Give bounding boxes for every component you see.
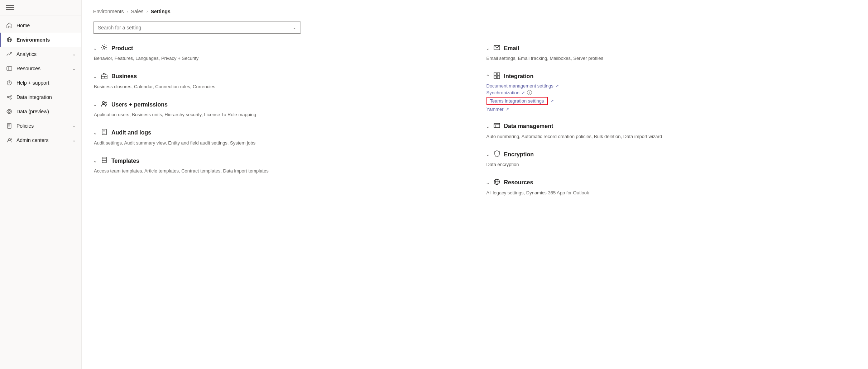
svg-point-23 xyxy=(102,101,105,104)
resources-right-chevron[interactable]: ⌄ xyxy=(486,180,490,185)
svg-point-9 xyxy=(10,98,11,99)
svg-rect-36 xyxy=(497,76,500,79)
sidebar-item-analytics[interactable]: Analytics ⌄ xyxy=(0,47,81,61)
sidebar-item-admin-centers-label: Admin centers xyxy=(16,137,69,143)
svg-point-8 xyxy=(10,95,11,96)
search-input[interactable] xyxy=(98,25,293,30)
synchronization-info-icon[interactable]: i xyxy=(527,90,532,95)
breadcrumb-sep-2: › xyxy=(147,9,148,14)
search-container: ⌄ xyxy=(93,22,857,34)
email-chevron[interactable]: ⌄ xyxy=(486,46,490,51)
hamburger-menu[interactable] xyxy=(6,5,14,10)
sidebar-item-help-label: Help + support xyxy=(16,80,76,86)
sublink-synchronization: Synchronization ➚ i xyxy=(486,90,857,95)
sublink-document-management: Document management settings ➚ xyxy=(486,83,857,89)
business-icon xyxy=(101,72,108,81)
sidebar-item-home[interactable]: Home xyxy=(0,18,81,33)
section-product-title: Product xyxy=(111,45,133,52)
sidebar-item-data-integration-label: Data integration xyxy=(16,94,76,100)
synchronization-link[interactable]: Synchronization xyxy=(486,90,520,95)
search-bar[interactable]: ⌄ xyxy=(93,22,301,34)
sidebar-item-data-preview[interactable]: Data (preview) xyxy=(0,104,81,119)
main-content: Environments › Sales › Settings ⌄ ⌄ Prod… xyxy=(82,0,868,369)
section-audit-title: Audit and logs xyxy=(111,129,151,136)
teams-integration-link[interactable]: Teams integration settings xyxy=(486,97,548,105)
section-integration: ⌃ Integration Document management settin… xyxy=(486,72,857,112)
breadcrumb-environments[interactable]: Environments xyxy=(93,9,124,14)
sidebar-item-environments-label: Environments xyxy=(16,37,76,43)
encryption-chevron[interactable]: ⌄ xyxy=(486,152,490,157)
resources-icon xyxy=(6,65,13,72)
help-icon xyxy=(6,79,13,86)
svg-rect-3 xyxy=(7,67,12,70)
integration-icon xyxy=(493,72,500,81)
section-business: ⌄ Business Business closures, Calendar, … xyxy=(93,72,464,90)
email-icon xyxy=(493,44,500,53)
section-encryption: ⌄ Encryption Data encryption xyxy=(486,150,857,168)
section-templates: ⌄ Templates Access team templates, Artic… xyxy=(93,156,464,175)
synchronization-ext-icon: ➚ xyxy=(522,90,525,95)
section-business-title: Business xyxy=(111,73,137,80)
section-users-links: Application users, Business units, Hiera… xyxy=(93,111,464,118)
section-resources: ⌄ Resources All legacy settings, Dynamic… xyxy=(486,178,857,197)
svg-rect-34 xyxy=(497,73,500,75)
breadcrumb-sales[interactable]: Sales xyxy=(131,9,144,14)
sidebar-item-help-support[interactable]: Help + support xyxy=(0,76,81,90)
audit-chevron[interactable]: ⌄ xyxy=(93,130,97,136)
sidebar-item-environments[interactable]: Environments xyxy=(0,33,81,47)
section-resources-links: All legacy settings, Dynamics 365 App fo… xyxy=(486,189,857,197)
breadcrumb-settings: Settings xyxy=(151,9,171,14)
policies-icon xyxy=(6,122,13,129)
settings-grid: ⌄ Product Behavior, Features, Languages,… xyxy=(93,44,857,206)
audit-icon xyxy=(101,128,108,137)
section-audit: ⌄ Audit and logs Audit settings, Audit s… xyxy=(93,128,464,147)
encryption-icon xyxy=(493,150,500,159)
svg-line-10 xyxy=(9,96,10,97)
section-audit-links: Audit settings, Audit summary view, Enti… xyxy=(93,139,464,147)
sublink-teams-integration: Teams integration settings ➚ xyxy=(486,97,857,105)
data-management-chevron[interactable]: ⌄ xyxy=(486,124,490,129)
breadcrumb: Environments › Sales › Settings xyxy=(93,9,857,14)
svg-rect-33 xyxy=(494,73,497,75)
product-chevron[interactable]: ⌄ xyxy=(93,46,97,51)
section-data-management-links: Auto numbering, Automatic record creatio… xyxy=(486,133,857,140)
section-users-header: ⌄ Users + permissions xyxy=(93,100,464,109)
svg-point-7 xyxy=(7,96,9,98)
section-encryption-title: Encryption xyxy=(504,151,534,158)
section-templates-title: Templates xyxy=(111,158,139,164)
analytics-chevron: ⌄ xyxy=(72,52,76,57)
section-email-title: Email xyxy=(504,45,519,52)
product-icon xyxy=(101,44,108,53)
section-integration-header: ⌃ Integration xyxy=(486,72,857,81)
templates-icon xyxy=(101,156,108,165)
integration-sublinks: Document management settings ➚ Synchroni… xyxy=(486,83,857,112)
document-management-link[interactable]: Document management settings xyxy=(486,83,553,89)
yammer-link[interactable]: Yammer xyxy=(486,107,504,112)
sidebar-item-data-integration[interactable]: Data integration xyxy=(0,90,81,104)
section-product-header: ⌄ Product xyxy=(93,44,464,53)
analytics-icon xyxy=(6,51,13,58)
section-encryption-links: Data encryption xyxy=(486,161,857,168)
svg-rect-29 xyxy=(102,157,106,163)
section-resources-title: Resources xyxy=(504,179,533,186)
section-encryption-header: ⌄ Encryption xyxy=(486,150,857,159)
svg-point-6 xyxy=(9,84,9,84)
section-users: ⌄ Users + permissions Application users,… xyxy=(93,100,464,118)
svg-point-19 xyxy=(103,46,105,48)
section-data-management-title: Data management xyxy=(504,123,553,129)
breadcrumb-sep-1: › xyxy=(127,9,128,14)
sidebar-item-policies[interactable]: Policies ⌄ xyxy=(0,119,81,133)
business-chevron[interactable]: ⌄ xyxy=(93,74,97,79)
yammer-ext-icon: ➚ xyxy=(506,107,509,112)
section-product-links: Behavior, Features, Languages, Privacy +… xyxy=(93,55,464,62)
left-column: ⌄ Product Behavior, Features, Languages,… xyxy=(93,44,464,206)
right-column: ⌄ Email Email settings, Email tracking, … xyxy=(486,44,857,206)
data-management-icon xyxy=(493,122,500,131)
sidebar-item-admin-centers[interactable]: Admin centers ⌄ xyxy=(0,133,81,147)
templates-chevron[interactable]: ⌄ xyxy=(93,158,97,164)
section-email: ⌄ Email Email settings, Email tracking, … xyxy=(486,44,857,62)
integration-chevron[interactable]: ⌃ xyxy=(486,74,490,79)
sidebar-item-resources[interactable]: Resources ⌄ xyxy=(0,61,81,76)
users-chevron[interactable]: ⌄ xyxy=(93,102,97,107)
admin-centers-chevron: ⌄ xyxy=(72,138,76,143)
